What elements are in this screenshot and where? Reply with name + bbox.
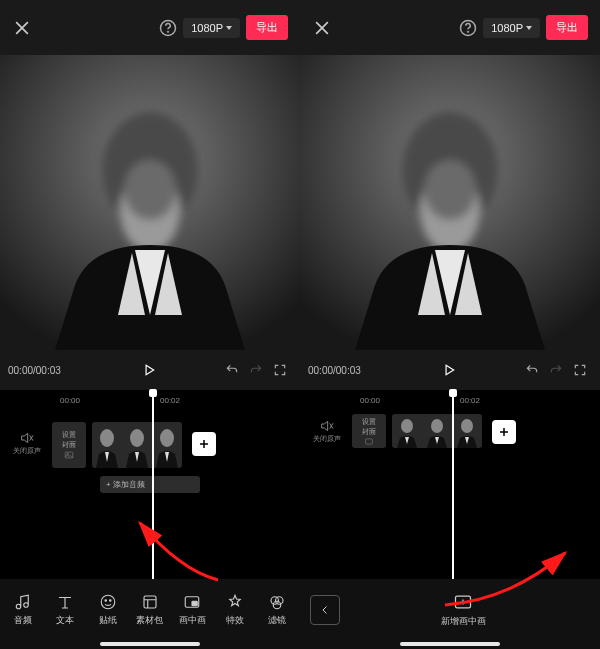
add-audio-track[interactable]: + 添加音频 [100,476,200,493]
timeline-ruler[interactable]: 00:0000:02 [300,396,600,410]
svg-point-11 [130,429,144,447]
close-icon[interactable] [12,18,32,38]
fullscreen-button[interactable] [573,363,587,377]
video-preview[interactable] [300,55,600,350]
home-indicator [400,642,500,646]
svg-point-1 [167,31,169,33]
timecode: 00:00/00:03 [8,365,78,376]
add-clip-button[interactable] [192,432,216,456]
svg-point-7 [67,453,69,455]
help-icon[interactable] [159,19,177,37]
chevron-down-icon [526,26,532,30]
svg-point-14 [101,595,115,609]
cover-setting[interactable]: 设置封面 [352,414,386,448]
mute-toggle[interactable]: 关闭原声 [308,410,346,444]
tool-sticker[interactable]: 贴纸 [88,593,128,627]
add-clip-button[interactable] [492,420,516,444]
timeline-ruler[interactable]: 00:0000:02 [0,396,300,410]
timecode: 00:00/00:03 [308,365,378,376]
playhead[interactable] [152,390,154,579]
svg-rect-19 [192,601,197,606]
svg-rect-17 [144,596,156,608]
resolution-button[interactable]: 1080P [483,18,540,38]
svg-point-24 [467,31,469,33]
tool-text[interactable]: 文本 [45,593,85,627]
video-clip[interactable] [392,414,482,448]
svg-point-9 [100,429,114,447]
close-icon[interactable] [312,18,332,38]
fullscreen-button[interactable] [273,363,287,377]
undo-button[interactable] [525,363,539,377]
play-button[interactable] [142,363,156,377]
playhead[interactable] [452,390,454,579]
svg-point-28 [424,160,476,220]
tool-audio[interactable]: 音频 [3,593,43,627]
redo-button[interactable] [249,363,263,377]
svg-point-5 [124,160,176,220]
svg-point-35 [461,419,473,433]
export-button[interactable]: 导出 [546,15,588,40]
cover-setting[interactable]: 设置封面 [52,422,86,468]
chevron-down-icon [226,26,232,30]
add-pip-button[interactable]: 新增画中画 [441,592,486,628]
svg-rect-29 [366,438,373,443]
svg-point-22 [273,601,281,609]
tool-effect[interactable]: 特效 [215,593,255,627]
help-icon[interactable] [459,19,477,37]
svg-point-31 [401,419,413,433]
svg-point-21 [275,597,283,605]
svg-point-16 [109,600,111,602]
back-button[interactable] [310,595,340,625]
undo-button[interactable] [225,363,239,377]
tool-material[interactable]: 素材包 [130,593,170,627]
svg-point-15 [105,600,107,602]
tool-filter[interactable]: 滤镜 [257,593,297,627]
redo-button[interactable] [549,363,563,377]
resolution-label: 1080P [191,22,223,34]
svg-point-13 [160,429,174,447]
svg-point-33 [431,419,443,433]
play-button[interactable] [442,363,456,377]
resolution-button[interactable]: 1080P [183,18,240,38]
mute-toggle[interactable]: 关闭原声 [8,414,46,456]
home-indicator [100,642,200,646]
export-button[interactable]: 导出 [246,15,288,40]
tool-pip[interactable]: 画中画 [172,593,212,627]
video-preview[interactable] [0,55,300,350]
video-clip[interactable] [92,422,182,468]
